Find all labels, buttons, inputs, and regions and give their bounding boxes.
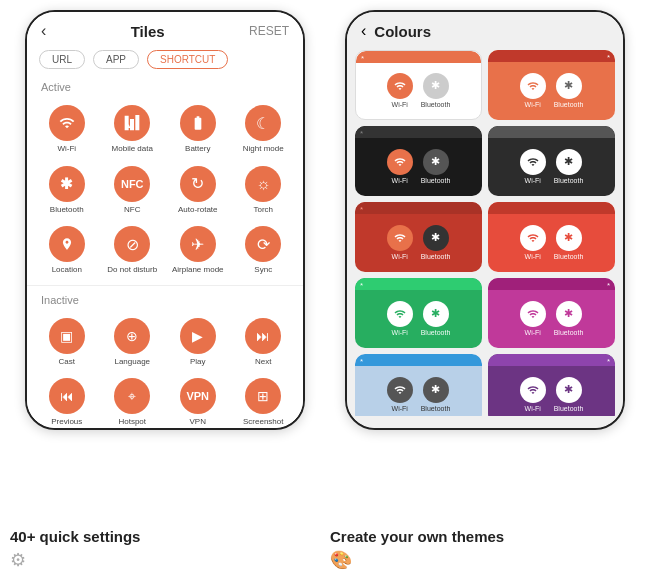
phone2-wrapper: ‹ Colours * bbox=[330, 10, 640, 430]
tab-shortcut[interactable]: SHORTCUT bbox=[147, 50, 228, 69]
colours-back-button[interactable]: ‹ bbox=[361, 22, 366, 40]
inactive-tiles-grid: ▣ Cast ⊕ Language ▶ Play ⏭ bbox=[27, 310, 303, 428]
tile-cast-label: Cast bbox=[59, 357, 75, 367]
wifi-icon bbox=[49, 105, 85, 141]
mobile-data-icon: ▲ bbox=[114, 105, 150, 141]
tile-airplane[interactable]: ✈ Airplane mode bbox=[166, 220, 230, 279]
phone1: ‹ Tiles RESET URL APP SHORTCUT Active bbox=[25, 10, 305, 430]
tile-wifi-label: Wi-Fi bbox=[57, 144, 76, 154]
colour-card-9[interactable]: * Wi-Fi ✱ Bluetooth bbox=[355, 354, 482, 416]
tile-play[interactable]: ▶ Play bbox=[166, 312, 230, 371]
auto-rotate-icon: ↻ bbox=[180, 166, 216, 202]
reset-button[interactable]: RESET bbox=[249, 24, 289, 38]
caption-left-title: 40+ quick settings bbox=[10, 528, 140, 545]
colour-card-5[interactable]: * Wi-Fi ✱ Bluetooth bbox=[355, 202, 482, 272]
tile-play-label: Play bbox=[190, 357, 206, 367]
tile-cast[interactable]: ▣ Cast bbox=[35, 312, 99, 371]
back-button[interactable]: ‹ bbox=[41, 22, 46, 40]
tile-location-label: Location bbox=[52, 265, 82, 275]
play-icon: ▶ bbox=[180, 318, 216, 354]
tile-sync[interactable]: ⟳ Sync bbox=[232, 220, 296, 279]
tile-vpn-label: VPN bbox=[190, 417, 206, 427]
torch-icon: ☼ bbox=[245, 166, 281, 202]
tile-nfc-label: NFC bbox=[124, 205, 140, 215]
tile-battery-label: Battery bbox=[185, 144, 210, 154]
battery-icon bbox=[180, 105, 216, 141]
tile-sync-label: Sync bbox=[254, 265, 272, 275]
tile-vpn[interactable]: VPN VPN bbox=[166, 372, 230, 428]
caption-right-title: Create your own themes bbox=[330, 528, 504, 545]
tile-location[interactable]: Location bbox=[35, 220, 99, 279]
tile-hotspot[interactable]: ⌖ Hotspot bbox=[101, 372, 165, 428]
nfc-icon: NFC bbox=[114, 166, 150, 202]
tile-airplane-label: Airplane mode bbox=[172, 265, 224, 275]
colour-card-2[interactable]: * Wi-Fi ✱ Bluetooth bbox=[488, 50, 615, 120]
tile-screenshot-label: Screenshot bbox=[243, 417, 283, 427]
screen1-header: ‹ Tiles RESET bbox=[27, 12, 303, 46]
palette-icon: 🎨 bbox=[330, 549, 352, 571]
screen2-title: Colours bbox=[374, 23, 431, 40]
tile-language[interactable]: ⊕ Language bbox=[101, 312, 165, 371]
tile-nfc[interactable]: NFC NFC bbox=[101, 160, 165, 219]
tile-hotspot-label: Hotspot bbox=[118, 417, 146, 427]
location-icon bbox=[49, 226, 85, 262]
phone1-wrapper: ‹ Tiles RESET URL APP SHORTCUT Active bbox=[10, 10, 320, 430]
tile-previous-label: Previous bbox=[51, 417, 82, 427]
app-container: ‹ Tiles RESET URL APP SHORTCUT Active bbox=[0, 0, 650, 577]
tile-bluetooth[interactable]: ✱ Bluetooth bbox=[35, 160, 99, 219]
tile-night-mode-label: Night mode bbox=[243, 144, 284, 154]
tile-battery[interactable]: Battery bbox=[166, 99, 230, 158]
phone2: ‹ Colours * bbox=[345, 10, 625, 430]
phones-row: ‹ Tiles RESET URL APP SHORTCUT Active bbox=[0, 0, 650, 520]
night-mode-icon: ☾ bbox=[245, 105, 281, 141]
active-tiles-grid: Wi-Fi ▲ Mobile data Battery bbox=[27, 97, 303, 281]
language-icon: ⊕ bbox=[114, 318, 150, 354]
tile-auto-rotate[interactable]: ↻ Auto-rotate bbox=[166, 160, 230, 219]
tile-torch-label: Torch bbox=[253, 205, 273, 215]
tile-bluetooth-label: Bluetooth bbox=[50, 205, 84, 215]
screenshot-icon: ⊞ bbox=[245, 378, 281, 414]
tile-language-label: Language bbox=[114, 357, 150, 367]
cast-icon: ▣ bbox=[49, 318, 85, 354]
dnd-icon: ⊘ bbox=[114, 226, 150, 262]
bluetooth-icon: ✱ bbox=[49, 166, 85, 202]
screen1-title: Tiles bbox=[131, 23, 165, 40]
tile-dnd[interactable]: ⊘ Do not disturb bbox=[101, 220, 165, 279]
screen2: ‹ Colours * bbox=[347, 12, 623, 428]
tile-mobile-data[interactable]: ▲ Mobile data bbox=[101, 99, 165, 158]
tile-dnd-label: Do not disturb bbox=[107, 265, 157, 275]
bottom-row: 40+ quick settings ⚙ Create your own the… bbox=[0, 520, 650, 577]
tile-night-mode[interactable]: ☾ Night mode bbox=[232, 99, 296, 158]
tile-wifi[interactable]: Wi-Fi bbox=[35, 99, 99, 158]
active-section-label: Active bbox=[27, 77, 303, 97]
tile-screenshot[interactable]: ⊞ Screenshot bbox=[232, 372, 296, 428]
colour-card-6[interactable]: Wi-Fi ✱ Bluetooth bbox=[488, 202, 615, 272]
tile-previous[interactable]: ⏮ Previous bbox=[35, 372, 99, 428]
tile-mobile-data-label: Mobile data bbox=[112, 144, 153, 154]
colour-options: * Wi-Fi ✱ Bluetooth bbox=[347, 46, 623, 416]
tile-torch[interactable]: ☼ Torch bbox=[232, 160, 296, 219]
colour-card-10[interactable]: * Wi-Fi ✱ Bluetooth bbox=[488, 354, 615, 416]
previous-icon: ⏮ bbox=[49, 378, 85, 414]
tile-next[interactable]: ⏭ Next bbox=[232, 312, 296, 371]
sync-icon: ⟳ bbox=[245, 226, 281, 262]
colour-card-1[interactable]: * Wi-Fi ✱ Bluetooth bbox=[355, 50, 482, 120]
inactive-section-label: Inactive bbox=[27, 290, 303, 310]
screen2-header: ‹ Colours bbox=[347, 12, 623, 46]
vpn-icon: VPN bbox=[180, 378, 216, 414]
colour-card-3[interactable]: * Wi-Fi ✱ Bluetooth bbox=[355, 126, 482, 196]
hotspot-icon: ⌖ bbox=[114, 378, 150, 414]
settings-icon: ⚙ bbox=[10, 549, 26, 571]
next-icon: ⏭ bbox=[245, 318, 281, 354]
colour-card-7[interactable]: * Wi-Fi ✱ Bluetooth bbox=[355, 278, 482, 348]
tile-next-label: Next bbox=[255, 357, 271, 367]
caption-right: Create your own themes 🎨 bbox=[330, 528, 640, 571]
colour-card-8[interactable]: * Wi-Fi ✱ Bluetooth bbox=[488, 278, 615, 348]
screen1: ‹ Tiles RESET URL APP SHORTCUT Active bbox=[27, 12, 303, 428]
colour-card-4[interactable]: Wi-Fi ✱ Bluetooth bbox=[488, 126, 615, 196]
tab-row: URL APP SHORTCUT bbox=[27, 46, 303, 77]
tab-url[interactable]: URL bbox=[39, 50, 85, 69]
airplane-icon: ✈ bbox=[180, 226, 216, 262]
svg-text:▲: ▲ bbox=[126, 122, 133, 129]
tab-app[interactable]: APP bbox=[93, 50, 139, 69]
